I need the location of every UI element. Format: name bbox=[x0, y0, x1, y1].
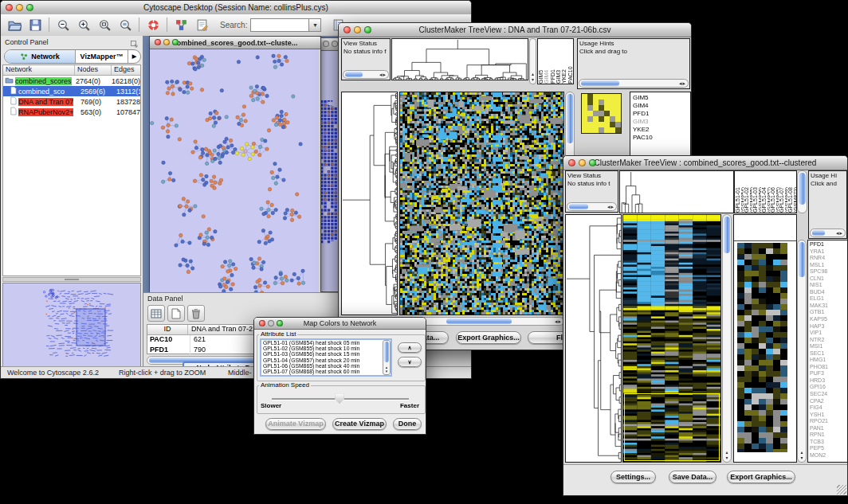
gene-label[interactable]: PAC10 bbox=[633, 134, 690, 142]
network-list-row[interactable]: combined_sco2569(6)13112(15) bbox=[3, 86, 140, 96]
gene-label[interactable]: MON2 bbox=[810, 452, 847, 459]
create-vizmap-button[interactable]: Create Vizmap bbox=[332, 418, 387, 430]
zoom-window-button[interactable] bbox=[589, 159, 596, 166]
animate-vizmap-button[interactable]: Animate Vizmap bbox=[265, 418, 326, 430]
save-icon[interactable] bbox=[26, 16, 45, 35]
tab-network[interactable]: Network bbox=[5, 50, 76, 63]
zoom-in-icon[interactable] bbox=[74, 16, 93, 35]
gene-label[interactable]: YRA1 bbox=[810, 248, 847, 256]
gene-label[interactable]: RNR4 bbox=[810, 255, 847, 262]
gene-label[interactable]: FIG4 bbox=[810, 404, 847, 412]
zoom-window-button[interactable] bbox=[277, 320, 283, 326]
trash-icon[interactable] bbox=[187, 305, 205, 322]
gene-label[interactable]: GTB1 bbox=[810, 309, 847, 316]
done-button[interactable]: Done bbox=[393, 418, 422, 430]
new-document-icon[interactable] bbox=[167, 305, 185, 322]
attribute-item[interactable]: GPL51-06 (GSM865) heat shock 40 min bbox=[263, 363, 391, 369]
col-header-network[interactable]: Network bbox=[3, 65, 75, 75]
minimize-button[interactable] bbox=[163, 39, 170, 45]
attribute-item[interactable]: GPL51-01 (GSM854) heat shock 05 min bbox=[263, 340, 391, 346]
gene-label[interactable]: VIP1 bbox=[810, 330, 847, 337]
settings-button[interactable]: Settings... bbox=[610, 471, 656, 483]
gene-label[interactable]: CLN1 bbox=[810, 275, 847, 283]
search-input[interactable] bbox=[250, 18, 309, 32]
gene-label[interactable]: MSI1 bbox=[810, 343, 847, 350]
gene-label[interactable]: SEC24 bbox=[810, 391, 847, 398]
gene-label[interactable]: RPO21 bbox=[810, 418, 847, 425]
search-dropdown-button[interactable]: ▼ bbox=[309, 18, 321, 32]
annotation-icon[interactable] bbox=[192, 16, 211, 35]
birdseye-canvas[interactable] bbox=[3, 283, 140, 366]
attribute-item[interactable]: GPL51-04 (GSM857) heat shock 20 min bbox=[263, 357, 391, 363]
birdseye-view[interactable] bbox=[2, 283, 141, 367]
tv1-status-scrollbar[interactable]: ◂▸ bbox=[343, 70, 389, 79]
tab-vizmapper[interactable]: VizMapper™ bbox=[76, 50, 128, 63]
gene-label[interactable]: PEP5 bbox=[810, 445, 847, 452]
tv1-label-scrollbar[interactable]: ▴▾ bbox=[529, 38, 536, 84]
gene-label[interactable]: BUD4 bbox=[810, 289, 847, 296]
col-header-edges[interactable]: Edges bbox=[112, 65, 140, 75]
zoom-window-button[interactable] bbox=[364, 26, 371, 33]
gene-label[interactable]: PFD1 bbox=[810, 241, 847, 248]
gene-label[interactable]: HAP3 bbox=[810, 323, 847, 330]
zoom-window-button[interactable] bbox=[172, 39, 179, 45]
gene-label[interactable]: CPA2 bbox=[810, 398, 847, 405]
export-graphics-button[interactable]: Export Graphics... bbox=[456, 331, 521, 344]
vizmapper-icon[interactable] bbox=[171, 16, 190, 35]
gene-label[interactable]: PUF3 bbox=[810, 370, 847, 377]
gene-label[interactable]: GIM3 bbox=[633, 118, 690, 126]
attribute-item[interactable]: GPL51-07 (GSM868) heat shock 60 min bbox=[263, 369, 391, 374]
panel-divider[interactable] bbox=[2, 277, 141, 282]
gene-label[interactable]: GPI16 bbox=[810, 384, 847, 391]
tv2-column-dendrogram[interactable] bbox=[619, 170, 734, 213]
gene-label[interactable]: MAK31 bbox=[810, 303, 847, 310]
gene-label[interactable]: HRD3 bbox=[810, 377, 847, 385]
tv2-heatmap-vscrollbar[interactable]: ▴▾ bbox=[722, 214, 732, 463]
save-data-button[interactable]: Save Data... bbox=[669, 471, 716, 483]
minimize-button[interactable] bbox=[354, 26, 361, 33]
tv1-column-dendrogram[interactable] bbox=[391, 38, 528, 80]
gene-label[interactable]: NTR2 bbox=[810, 337, 847, 344]
gene-label[interactable]: PHO81 bbox=[810, 364, 847, 371]
move-down-button[interactable]: ∨ bbox=[398, 357, 422, 367]
close-button[interactable] bbox=[568, 159, 575, 166]
zoom-fit-icon[interactable] bbox=[116, 16, 135, 35]
network-canvas-1[interactable] bbox=[150, 49, 319, 292]
table-grid-icon[interactable] bbox=[147, 305, 165, 322]
zoom-window-button[interactable] bbox=[26, 4, 33, 11]
minimize-button[interactable] bbox=[16, 4, 23, 11]
close-button[interactable] bbox=[323, 41, 329, 47]
col-header-nodes[interactable]: Nodes bbox=[75, 65, 112, 75]
zoom-out-icon[interactable] bbox=[53, 16, 73, 35]
gene-label[interactable]: YSH1 bbox=[810, 412, 847, 419]
gene-label[interactable]: SPC98 bbox=[810, 268, 847, 275]
gene-label[interactable]: RPN1 bbox=[810, 432, 847, 439]
minimize-button[interactable] bbox=[579, 159, 586, 166]
close-button[interactable] bbox=[259, 320, 265, 326]
network-list-row[interactable]: RNAPuberNov2+563(0)107847(0) bbox=[3, 107, 140, 117]
attribute-item[interactable]: GPL51-02 (GSM855) heat shock 10 min bbox=[263, 346, 391, 351]
close-button[interactable] bbox=[155, 39, 161, 45]
gene-label[interactable]: PAN1 bbox=[810, 425, 847, 432]
help-lifering-icon[interactable] bbox=[143, 16, 163, 35]
tv1-row-dendrogram[interactable] bbox=[341, 92, 398, 315]
gene-label[interactable]: NIS1 bbox=[810, 282, 847, 289]
gene-label[interactable]: SEC1 bbox=[810, 350, 847, 357]
tv2-status-scrollbar[interactable]: ◂▸ bbox=[567, 202, 617, 211]
gene-label[interactable]: ELG1 bbox=[810, 295, 847, 303]
minimize-button[interactable] bbox=[268, 320, 274, 326]
col-header-id[interactable]: ID bbox=[147, 325, 188, 334]
tv2-heatmap[interactable] bbox=[622, 214, 721, 463]
gene-label[interactable]: TCB3 bbox=[810, 439, 847, 446]
gene-label[interactable]: GIM4 bbox=[633, 102, 690, 110]
network-list-row[interactable]: DNA and Tran 07769(0)183728(0) bbox=[3, 96, 140, 107]
gene-label[interactable]: PFD1 bbox=[633, 110, 690, 118]
resize-grip[interactable] bbox=[837, 485, 846, 494]
move-up-button[interactable]: ∧ bbox=[398, 342, 422, 353]
tv2-genelist-scrollbar[interactable]: ▴▾ bbox=[797, 240, 807, 463]
tv2-zoom-heatmap[interactable] bbox=[737, 243, 787, 452]
attribute-list-scrollbar[interactable]: ▴▾ bbox=[383, 340, 391, 375]
zoom-selected-icon[interactable] bbox=[95, 16, 114, 35]
open-folder-icon[interactable] bbox=[5, 16, 24, 35]
gene-label[interactable]: GIM5 bbox=[633, 94, 690, 102]
